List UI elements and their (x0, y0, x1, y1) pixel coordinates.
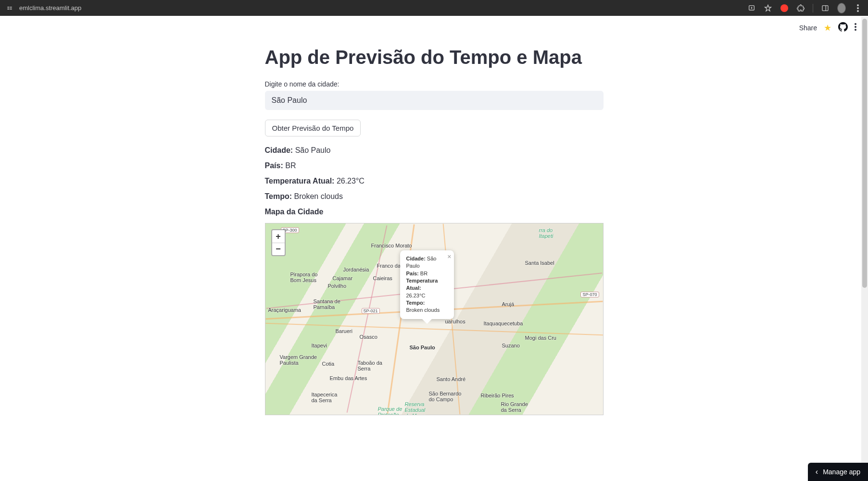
city-label: Itapecerica da Serra (312, 392, 338, 403)
zoom-in-button[interactable]: + (272, 230, 285, 243)
city-label: Arujá (502, 301, 515, 307)
info-temperature: Temperatura Atual: 26.23°C (265, 177, 604, 185)
favorite-star-icon[interactable]: ★ (824, 23, 831, 33)
city-input[interactable] (265, 91, 604, 110)
profile-avatar[interactable] (837, 4, 846, 12)
city-label: rra do Itapeti (539, 227, 554, 239)
main-content: App de Previsão do Tempo e Mapa Digite o… (265, 46, 604, 415)
city-label: uarulhos (445, 319, 465, 324)
city-label: Osasco (360, 334, 377, 340)
scrollbar-track[interactable] (861, 17, 868, 415)
road-badge: SP-070 (580, 292, 599, 297)
map-popup: × Cidade: São Paulo País: BR Temperatura… (400, 250, 454, 319)
github-icon[interactable] (838, 22, 848, 34)
city-label: Reserva Estadual do Morro (405, 401, 426, 415)
svg-point-5 (857, 10, 859, 12)
city-label: Rio Grande da Serra (501, 401, 528, 413)
city-label: Araçariguama (268, 307, 301, 313)
city-input-label: Digite o nome da cidade: (265, 80, 604, 88)
city-label: Itaquaquecetuba (484, 321, 523, 326)
site-settings-icon[interactable] (6, 4, 13, 12)
city-label: Santa Isabel (525, 260, 554, 266)
svg-point-3 (857, 4, 859, 6)
city-label: São Bernardo do Campo (429, 391, 462, 402)
city-label: Ribeirão Pires (481, 393, 514, 398)
city-label: Parque de Proteção Ambiental (378, 406, 403, 415)
extensions-icon[interactable] (796, 4, 805, 12)
city-label: Francisco Morato (371, 243, 412, 248)
browser-menu-icon[interactable] (854, 4, 862, 12)
info-country: País: BR (265, 161, 604, 170)
map-section-label: Mapa da Cidade (265, 208, 604, 216)
city-label: Taboão da Serra (358, 360, 382, 371)
svg-point-4 (857, 7, 859, 9)
svg-point-7 (855, 26, 856, 28)
app-menu-icon[interactable] (855, 23, 856, 33)
city-label: Santana de Parnaíba (314, 298, 340, 310)
city-label: Barueri (336, 328, 352, 334)
city-label: Santo André (437, 376, 466, 382)
streamlit-toolbar: Share ★ (799, 22, 856, 34)
url-text[interactable]: emlclima.streamlit.app (19, 4, 742, 12)
zoom-control: + − (271, 229, 286, 256)
city-label: Pirapora do Bom Jesus (290, 271, 318, 283)
zoom-out-button[interactable]: − (272, 243, 285, 255)
city-label: Jordanésia (343, 267, 369, 272)
info-city: Cidade: São Paulo (265, 146, 604, 155)
city-label: Cotia (322, 361, 335, 367)
svg-rect-1 (822, 5, 828, 11)
city-label: Suzano (502, 343, 520, 348)
city-label: Mogi das Cru (525, 335, 556, 341)
browser-address-bar: emlclima.streamlit.app (0, 0, 868, 16)
page-title: App de Previsão do Tempo e Mapa (265, 46, 604, 69)
get-forecast-button[interactable]: Obter Previsão do Tempo (265, 120, 361, 136)
map-container[interactable]: SP-300 SP-021 SP-070 Francisco Morato Fr… (265, 223, 604, 415)
sidepanel-icon[interactable] (821, 4, 830, 12)
city-label: São Paulo (410, 345, 435, 350)
info-weather: Tempo: Broken clouds (265, 192, 604, 201)
city-label: Vargem Grande Paulista (280, 354, 317, 366)
install-app-icon[interactable] (747, 4, 756, 12)
city-label: Caieiras (373, 275, 392, 281)
svg-point-8 (855, 29, 856, 31)
share-button[interactable]: Share (799, 24, 817, 32)
notification-icon[interactable] (780, 4, 789, 12)
popup-close-icon[interactable]: × (447, 253, 451, 260)
page-container: App de Previsão do Tempo e Mapa Digite o… (0, 17, 868, 415)
city-label: Polvilho (328, 283, 347, 289)
city-label: Embu das Artes (330, 375, 367, 381)
city-label: Cajamar (333, 275, 353, 281)
scrollbar-thumb[interactable] (862, 19, 867, 288)
bookmark-star-icon[interactable] (764, 4, 772, 12)
city-label: Itapevi (312, 343, 327, 348)
road-badge: SP-021 (362, 308, 380, 314)
svg-point-6 (855, 23, 856, 25)
city-label: Franco da (377, 263, 401, 269)
